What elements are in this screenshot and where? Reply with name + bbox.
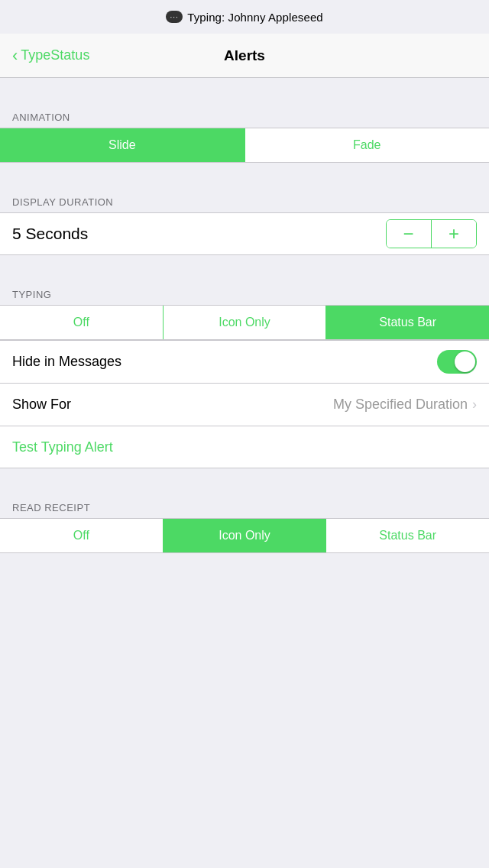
animation-segmented-control: Slide Fade <box>0 128 489 163</box>
read-receipt-segmented-control: Off Icon Only Status Bar <box>0 518 489 553</box>
increment-button[interactable]: + <box>432 220 476 248</box>
back-button[interactable]: ‹ TypeStatus <box>12 46 89 66</box>
page-title: Alerts <box>224 47 265 64</box>
status-bar-text: Typing: Johnny Appleseed <box>187 11 323 24</box>
nav-bar: ‹ TypeStatus Alerts <box>0 34 489 78</box>
chevron-left-icon: ‹ <box>12 46 18 66</box>
toggle-thumb <box>455 351 475 372</box>
read-receipt-gap <box>0 468 489 496</box>
typing-off-button[interactable]: Off <box>0 306 163 339</box>
read-receipt-section-header: READ RECEIPT <box>0 496 489 518</box>
decrement-button[interactable]: − <box>387 220 431 248</box>
hide-in-messages-toggle[interactable] <box>437 350 477 374</box>
duration-stepper: − + <box>386 219 478 248</box>
typing-icon-only-button[interactable]: Icon Only <box>163 306 326 339</box>
typing-icon <box>166 11 183 23</box>
back-label: TypeStatus <box>21 47 89 63</box>
typing-status-bar-button[interactable]: Status Bar <box>325 306 489 339</box>
show-for-row[interactable]: Show For My Specified Duration › <box>0 383 489 426</box>
read-receipt-off-button[interactable]: Off <box>0 519 163 552</box>
typing-segmented-control: Off Icon Only Status Bar <box>0 305 489 340</box>
animation-fade-button[interactable]: Fade <box>244 128 490 162</box>
duration-gap <box>0 163 489 190</box>
duration-row: 5 Seconds − + <box>0 212 489 255</box>
status-bar: Typing: Johnny Appleseed <box>0 0 489 34</box>
read-receipt-status-bar-button[interactable]: Status Bar <box>325 519 489 552</box>
test-alert-label: Test Typing Alert <box>12 439 113 455</box>
animation-slide-button[interactable]: Slide <box>0 128 244 162</box>
chevron-right-icon: › <box>472 397 477 413</box>
minus-icon: − <box>403 223 413 245</box>
animation-gap <box>0 78 489 105</box>
animation-section-header: ANIMATION <box>0 105 489 128</box>
typing-section-header: TYPING <box>0 283 489 305</box>
test-alert-row[interactable]: Test Typing Alert <box>0 426 489 468</box>
hide-in-messages-label: Hide in Messages <box>12 354 437 370</box>
typing-gap <box>0 255 489 283</box>
duration-section-header: DISPLAY DURATION <box>0 190 489 212</box>
show-for-label: Show For <box>12 397 71 413</box>
read-receipt-icon-only-button[interactable]: Icon Only <box>163 519 326 552</box>
duration-value: 5 Seconds <box>12 225 386 243</box>
show-for-value: My Specified Duration <box>80 397 468 413</box>
hide-in-messages-row: Hide in Messages <box>0 340 489 383</box>
plus-icon: + <box>449 223 459 245</box>
